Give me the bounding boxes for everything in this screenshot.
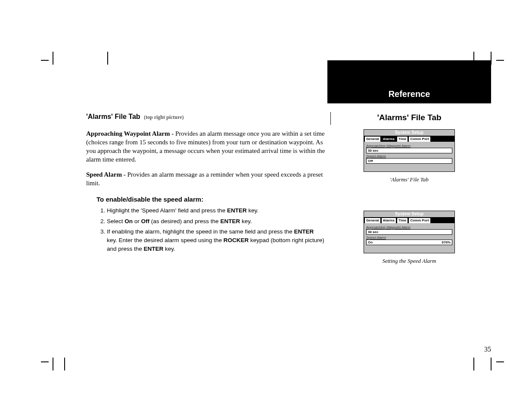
- device-titlebar-b: System Setup: [364, 211, 454, 217]
- tab-general-b: General: [364, 218, 381, 223]
- field-value-speed-b-right: 070%: [442, 240, 451, 245]
- caption-top: 'Alarms' File Tab: [362, 176, 457, 183]
- field-value-speed-b: On 070%: [366, 240, 452, 245]
- step-2c: or: [133, 218, 141, 224]
- caption-bottom: Setting the Speed Alarm: [362, 258, 457, 265]
- field-value-approaching: 30 sec: [366, 148, 452, 153]
- step-3-key1: ENTER: [294, 228, 314, 235]
- section-label: Reference: [327, 89, 491, 99]
- step-1a: Highlight the 'Speed Alarm' field and pr…: [107, 207, 227, 214]
- field-value-approaching-text: 30 sec: [368, 148, 378, 153]
- side-title: 'Alarms' File Tab: [327, 113, 491, 122]
- tab-alarms: Alarms: [381, 136, 396, 142]
- step-1-key: ENTER: [227, 207, 247, 214]
- step-1c: key.: [247, 207, 259, 214]
- device-screenshot-bottom: System Setup General Alarms Time Comm Po…: [364, 211, 455, 253]
- field-value-speed-text: Off: [368, 159, 373, 163]
- step-3-rocker: ROCKER: [224, 237, 249, 243]
- step-3-key2: ENTER: [144, 246, 164, 252]
- device-tabs-b: General Alarms Time Comm Port: [364, 217, 454, 223]
- field-value-approaching-b: 30 sec: [366, 229, 452, 235]
- step-3g: key.: [163, 246, 175, 252]
- instructions-heading: To enable/disable the speed alarm:: [96, 195, 325, 204]
- step-2-off: Off: [141, 218, 150, 224]
- page-number: 35: [484, 346, 491, 353]
- column-divider: [330, 112, 331, 125]
- device-tabs: General Alarms Time Comm Port: [364, 136, 454, 142]
- field-label-speed: Speed Alarm: [366, 154, 452, 158]
- steps-list: Highlight the 'Speed Alarm' field and pr…: [96, 206, 325, 253]
- device-screenshot-top: System Setup General Alarms Time Comm Po…: [364, 129, 455, 172]
- device-titlebar: System Setup: [364, 130, 454, 136]
- main-heading-text: 'Alarms' File Tab: [86, 113, 140, 120]
- step-2: Select On or Off (as desired) and press …: [107, 217, 325, 226]
- field-value-speed: Off: [366, 158, 452, 164]
- tab-time-b: Time: [397, 218, 408, 223]
- main-heading: 'Alarms' File Tab (top right picture): [86, 112, 325, 121]
- step-2-on: On: [124, 218, 133, 224]
- step-2g: key.: [240, 218, 252, 224]
- field-label-speed-b: Speed Alarm: [366, 236, 452, 240]
- step-3a: If enabling the alarm, highlight the spe…: [107, 228, 294, 235]
- field-value-speed-b-left: On: [368, 240, 373, 245]
- step-2e: (as desired) and press the: [149, 218, 220, 224]
- field-label-approaching: Approaching Waypoint Alarm: [366, 144, 452, 148]
- paragraph-speed: Speed Alarm - Provides an alarm message …: [86, 170, 325, 188]
- tab-comm-port-b: Comm Port: [408, 218, 430, 223]
- step-3: If enabling the alarm, highlight the spe…: [107, 227, 325, 254]
- step-1: Highlight the 'Speed Alarm' field and pr…: [107, 206, 325, 215]
- step-2a: Select: [107, 218, 124, 224]
- tab-comm-port: Comm Port: [408, 136, 430, 142]
- right-column: System Setup General Alarms Time Comm Po…: [327, 129, 491, 275]
- main-heading-sub: (top right picture): [144, 114, 184, 120]
- step-3c: key. Enter the desired alarm speed using…: [107, 237, 224, 243]
- para2-lead: Speed Alarm -: [86, 171, 127, 178]
- field-label-approaching-b: Approaching Waypoint Alarm: [366, 225, 452, 229]
- tab-alarms-b: Alarms: [381, 218, 396, 223]
- paragraph-approaching: Approaching Waypoint Alarm - Provides an…: [86, 129, 325, 164]
- step-2-key: ENTER: [220, 218, 240, 224]
- tab-general: General: [364, 136, 381, 142]
- para1-lead: Approaching Waypoint Alarm -: [86, 130, 175, 137]
- field-value-approaching-b-text: 30 sec: [368, 230, 378, 234]
- device-body-b: Approaching Waypoint Alarm 30 sec Speed …: [364, 223, 454, 253]
- reference-band: Reference: [327, 60, 491, 103]
- device-body: Approaching Waypoint Alarm 30 sec Speed …: [364, 142, 454, 171]
- tab-time: Time: [397, 136, 408, 142]
- page: Reference 'Alarms' File Tab 'Alarms' Fil…: [60, 60, 491, 353]
- main-column: 'Alarms' File Tab (top right picture) Ap…: [86, 112, 325, 255]
